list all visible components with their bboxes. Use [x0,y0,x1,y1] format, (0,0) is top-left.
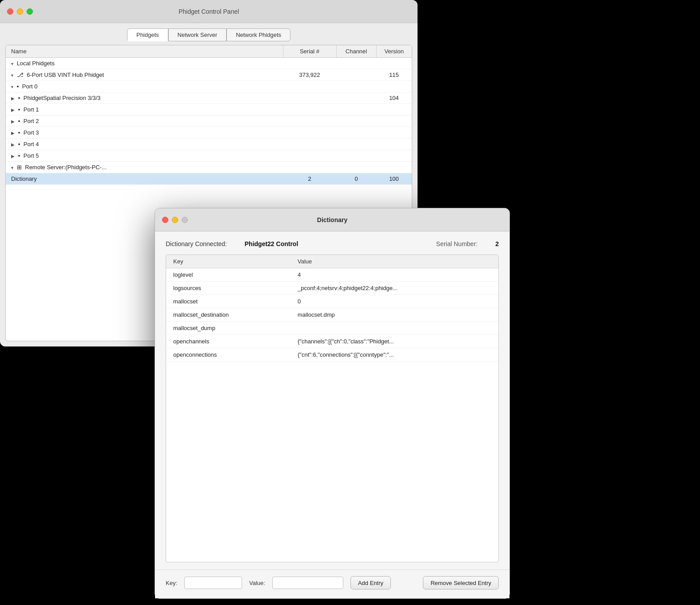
table-row[interactable]: ▶ ▪ Port 2 [6,115,412,127]
main-window-title: Phidget Control Panel [179,8,239,15]
dialog-maximize-button[interactable] [182,217,188,223]
device-icon: ▪ [18,95,20,101]
main-minimize-button[interactable] [17,8,23,15]
serial-value: 2 [495,240,499,247]
table-row[interactable]: ▶ ▪ Port 5 [6,150,412,162]
dict-row[interactable]: loglevel 4 [166,268,498,282]
dict-row[interactable]: mallocset_dump [166,322,498,335]
dict-col-key: Key [166,255,290,268]
table-row[interactable]: ▾ Local Phidgets [6,58,412,69]
dialog-title: Dictionary [317,216,347,223]
dialog-close-button[interactable] [162,217,168,223]
dict-row[interactable]: openchannels {"channels":[{"ch":0,"class… [166,335,498,348]
connection-info: Dictionary Connected: Phidget22 Control … [166,240,499,247]
dictionary-dialog: Dictionary Dictionary Connected: Phidget… [155,208,510,599]
serial-label: Serial Number: [436,240,477,247]
device-icon: ▪ [18,152,20,159]
device-tree-table: Name Serial # Channel Version ▾ Local Ph… [6,45,412,185]
table-row[interactable]: ▶ ▪ Port 1 [6,104,412,115]
main-maximize-button[interactable] [27,8,33,15]
chevron-right-icon: ▶ [11,119,15,124]
value-label: Value: [249,580,265,586]
main-traffic-lights [7,8,33,15]
add-entry-button[interactable]: Add Entry [350,576,391,589]
tab-phidgets[interactable]: Phidgets [127,28,168,41]
table-row[interactable]: ▶ ▪ PhidgetSpatial Precision 3/3/3 104 [6,92,412,104]
dialog-traffic-lights [162,217,188,223]
key-input[interactable] [184,577,242,589]
table-row-dictionary[interactable]: Dictionary 2 0 100 [6,173,412,185]
device-icon: ▪ [18,129,20,136]
device-icon: ▪ [17,83,19,90]
key-label: Key: [166,580,177,586]
dialog-minimize-button[interactable] [172,217,178,223]
dict-row[interactable]: openconnections {"cnt":6,"connections":[… [166,348,498,362]
remove-selected-entry-button[interactable]: Remove Selected Entry [423,576,499,589]
dict-row[interactable]: mallocset_destination mallocset.dmp [166,308,498,322]
chevron-down-icon: ▾ [11,165,13,170]
device-icon: ▪ [18,106,20,113]
dict-row[interactable]: mallocset 0 [166,295,498,308]
main-titlebar: Phidget Control Panel [0,0,418,23]
connection-label: Dictionary Connected: [166,240,227,247]
dialog-footer: Key: Value: Add Entry Remove Selected En… [155,569,509,598]
device-icon: ▪ [18,141,20,147]
dialog-titlebar: Dictionary [155,208,509,231]
chevron-right-icon: ▶ [11,96,15,101]
main-close-button[interactable] [7,8,13,15]
chevron-right-icon: ▶ [11,131,15,135]
dict-table: Key Value loglevel 4 logsources _pconf:4… [166,255,498,362]
chevron-down-icon: ▾ [11,73,13,78]
table-row[interactable]: ▾ ⎇ 6-Port USB VINT Hub Phidget 373,922 … [6,69,412,81]
main-tab-bar: Phidgets Network Server Network Phidgets [0,23,418,41]
dialog-body: Dictionary Connected: Phidget22 Control … [155,231,509,569]
table-row[interactable]: ▶ ▪ Port 4 [6,139,412,150]
chevron-right-icon: ▶ [11,142,15,147]
table-row[interactable]: ▾ ⊞ Remote Server:(Phidgets-PC-... [6,162,412,173]
dict-table-container[interactable]: Key Value loglevel 4 logsources _pconf:4… [166,255,499,562]
chevron-right-icon: ▶ [11,107,15,112]
chevron-down-icon: ▾ [11,84,13,89]
tab-network-server[interactable]: Network Server [168,28,227,41]
col-serial: Serial # [283,45,336,58]
col-version: Version [376,45,412,58]
col-channel: Channel [336,45,376,58]
device-icon: ▪ [18,118,20,124]
tab-network-phidgets[interactable]: Network Phidgets [227,28,290,41]
dict-row[interactable]: logsources _pconf:4;netsrv:4;phidget22:4… [166,282,498,295]
chevron-down-icon: ▾ [11,61,13,66]
dict-col-value: Value [290,255,498,268]
col-name: Name [6,45,283,58]
table-row[interactable]: ▶ ▪ Port 3 [6,127,412,139]
value-input[interactable] [272,577,343,589]
chevron-right-icon: ▶ [11,154,15,159]
connection-value: Phidget22 Control [245,240,298,247]
table-row[interactable]: ▾ ▪ Port 0 [6,81,412,92]
network-icon: ⊞ [17,164,22,171]
usb-icon: ⎇ [17,72,24,78]
